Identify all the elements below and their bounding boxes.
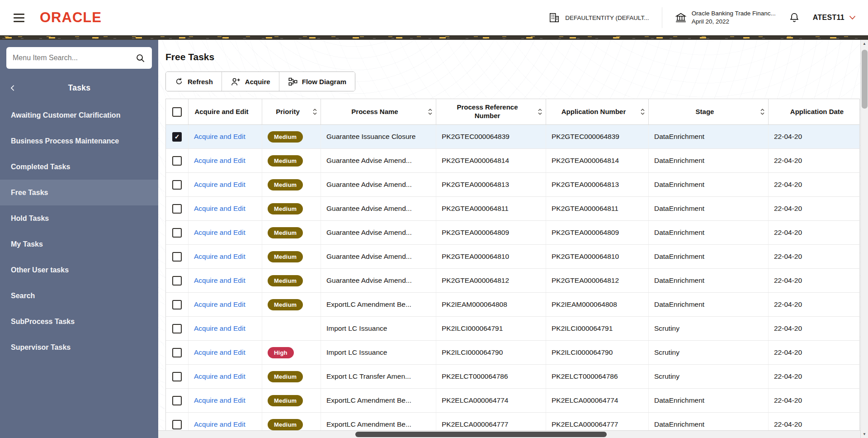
column-header-priority[interactable]: Priority — [262, 99, 321, 124]
row-checkbox[interactable] — [172, 156, 182, 166]
acquire-and-edit-link[interactable]: Acquire and Edit — [194, 300, 245, 309]
sort-icon[interactable] — [538, 108, 542, 116]
acquire-and-edit-link[interactable]: Acquire and Edit — [194, 133, 245, 141]
acquire-and-edit-link[interactable]: Acquire and Edit — [194, 396, 245, 405]
process-name-cell: ExportLC Amendment Be... — [321, 389, 436, 412]
notifications-bell-icon[interactable] — [788, 12, 800, 24]
priority-cell: Medium — [262, 125, 321, 148]
row-checkbox[interactable] — [172, 276, 182, 286]
app-date-cell: 22-04-20 — [769, 125, 860, 148]
acquire-and-edit-link[interactable]: Acquire and Edit — [194, 181, 245, 189]
acquire-and-edit-link[interactable]: Acquire and Edit — [194, 205, 245, 213]
horizontal-scrollbar[interactable] — [158, 430, 860, 438]
table-row: Acquire and EditMediumGuarantee Advise A… — [166, 173, 860, 197]
bank-icon — [675, 12, 687, 24]
priority-badge: Medium — [268, 203, 303, 214]
acquire-person-plus-icon — [231, 77, 241, 86]
app-no-cell: PK2GTEA000064813 — [546, 173, 649, 196]
acquire-and-edit-link[interactable]: Acquire and Edit — [194, 324, 245, 333]
sidebar-item-hold-tasks[interactable]: Hold Tasks — [0, 205, 158, 231]
sidebar-section-title: Tasks — [17, 83, 149, 93]
sidebar-item-supervisor-tasks[interactable]: Supervisor Tasks — [0, 334, 158, 360]
sort-icon[interactable] — [428, 108, 433, 116]
row-checkbox[interactable] — [172, 324, 182, 333]
column-header-process_ref[interactable]: Process Reference Number — [436, 99, 546, 124]
sidebar-item-my-tasks[interactable]: My Tasks — [0, 231, 158, 257]
user-menu[interactable]: ATEST11 — [813, 14, 856, 22]
priority-cell: Medium — [262, 221, 321, 244]
vertical-scrollbar[interactable]: ▲ ▼ — [860, 40, 868, 438]
branch-selector[interactable]: Oracle Banking Trade Financ... April 20,… — [675, 10, 776, 26]
decorative-strip — [0, 35, 868, 40]
sidebar-item-other-user-tasks[interactable]: Other User tasks — [0, 257, 158, 283]
row-checkbox[interactable] — [172, 420, 182, 429]
sidebar-item-completed-tasks[interactable]: Completed Tasks — [0, 154, 158, 180]
row-checkbox[interactable] — [172, 132, 182, 142]
row-checkbox[interactable] — [172, 204, 182, 214]
row-checkbox[interactable] — [172, 252, 182, 262]
stage-cell: DataEnrichment — [649, 389, 769, 412]
sort-icon[interactable] — [312, 108, 317, 116]
row-select-cell — [166, 269, 189, 292]
row-checkbox[interactable] — [172, 300, 182, 309]
table-row: Acquire and EditMediumExportLC Amendment… — [166, 389, 860, 413]
row-select-cell — [166, 341, 189, 364]
sidebar-item-awaiting-customer-clarification[interactable]: Awaiting Customer Clarification — [0, 102, 158, 128]
table-row: Acquire and EditMediumGuarantee Advise A… — [166, 197, 860, 221]
column-header-process_name[interactable]: Process Name — [321, 99, 436, 124]
row-checkbox[interactable] — [172, 348, 182, 357]
priority-cell: Medium — [262, 365, 321, 388]
priority-badge: Medium — [268, 227, 303, 238]
row-select-cell — [166, 149, 189, 172]
process-ref-cell: PK2ILCI000064791 — [436, 317, 546, 340]
priority-cell: Medium — [262, 197, 321, 220]
menu-search-input[interactable] — [13, 54, 131, 62]
process-ref-cell: PK2GTEC000064839 — [436, 125, 546, 148]
table-row: Acquire and EditHighImport LC IssuancePK… — [166, 341, 860, 365]
column-header-app_no[interactable]: Application Number — [546, 99, 649, 124]
refresh-label: Refresh — [188, 78, 213, 86]
search-icon[interactable] — [135, 53, 146, 63]
acquire-and-edit-link[interactable]: Acquire and Edit — [194, 252, 245, 261]
acquire-button[interactable]: Acquire — [222, 72, 279, 91]
bank-date: April 20, 2022 — [692, 18, 776, 26]
select-all-checkbox[interactable] — [172, 107, 182, 117]
sidebar-item-business-process-maintenance[interactable]: Business Process Maintenance — [0, 128, 158, 154]
process-ref-cell: PK2IEAM000064808 — [436, 293, 546, 316]
acquire-and-edit-link[interactable]: Acquire and Edit — [194, 372, 245, 381]
app-no-cell: PK2GTEA000064814 — [546, 149, 649, 172]
sidebar-item-search[interactable]: Search — [0, 283, 158, 309]
back-chevron-icon[interactable] — [9, 84, 17, 92]
hamburger-menu-icon[interactable] — [12, 12, 26, 24]
scroll-down-arrow[interactable]: ▼ — [861, 430, 868, 438]
horizontal-scrollbar-thumb[interactable] — [355, 432, 607, 437]
entity-selector[interactable]: DEFAULTENTITY (DEFAULT... — [548, 12, 649, 24]
refresh-button[interactable]: Refresh — [166, 72, 222, 91]
column-header-app_date[interactable]: Application Date — [769, 99, 860, 124]
process-ref-cell: PK2GTEA000064809 — [436, 221, 546, 244]
acquire-and-edit-link[interactable]: Acquire and Edit — [194, 157, 245, 165]
acquire-and-edit-link[interactable]: Acquire and Edit — [194, 276, 245, 285]
sort-icon[interactable] — [760, 108, 765, 116]
priority-badge: Medium — [268, 419, 303, 430]
column-header-action: Acquire and Edit — [189, 99, 262, 124]
app-date-cell: 22-04-20 — [769, 245, 860, 268]
row-checkbox[interactable] — [172, 372, 182, 381]
flow-diagram-button[interactable]: Flow Diagram — [279, 72, 355, 91]
stage-cell: DataEnrichment — [649, 197, 769, 220]
vertical-scrollbar-thumb[interactable] — [862, 50, 868, 109]
acquire-and-edit-link[interactable]: Acquire and Edit — [194, 229, 245, 237]
row-checkbox[interactable] — [172, 228, 182, 238]
column-header-stage[interactable]: Stage — [649, 99, 769, 124]
sidebar-item-subprocess-tasks[interactable]: SubProcess Tasks — [0, 309, 158, 334]
acquire-and-edit-link[interactable]: Acquire and Edit — [194, 348, 245, 357]
scroll-up-arrow[interactable]: ▲ — [861, 40, 868, 48]
acquire-and-edit-cell: Acquire and Edit — [189, 173, 262, 196]
acquire-and-edit-link[interactable]: Acquire and Edit — [194, 420, 245, 428]
row-checkbox[interactable] — [172, 396, 182, 405]
app-date-cell: 22-04-20 — [769, 197, 860, 220]
priority-cell: Medium — [262, 389, 321, 412]
sort-icon[interactable] — [640, 108, 645, 116]
sidebar-item-free-tasks[interactable]: Free Tasks — [0, 180, 158, 205]
row-checkbox[interactable] — [172, 180, 182, 190]
